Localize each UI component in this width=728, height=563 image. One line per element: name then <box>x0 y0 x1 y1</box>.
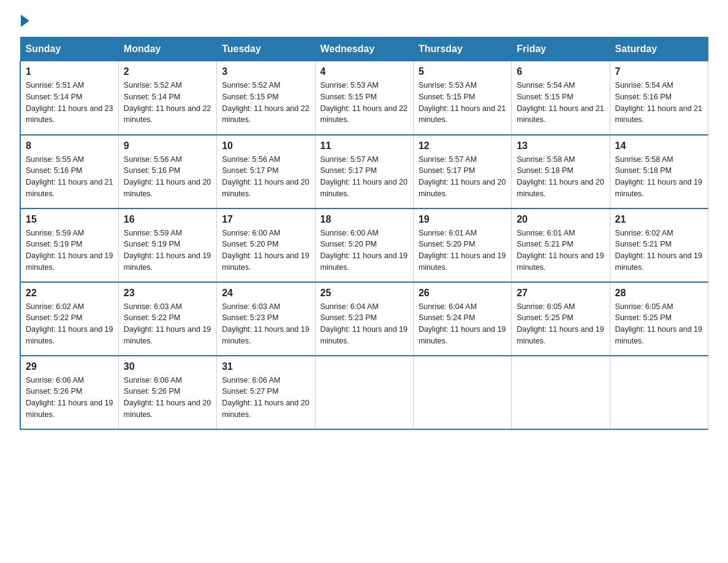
day-number: 9 <box>124 140 211 151</box>
day-number: 24 <box>222 288 309 299</box>
calendar-day-cell: 7 Sunrise: 5:54 AM Sunset: 5:16 PM Dayli… <box>610 61 708 135</box>
calendar-day-cell: 23 Sunrise: 6:03 AM Sunset: 5:22 PM Dayl… <box>118 282 216 356</box>
day-number: 3 <box>222 66 309 77</box>
calendar-day-cell: 13 Sunrise: 5:58 AM Sunset: 5:18 PM Dayl… <box>512 135 610 209</box>
day-number: 19 <box>419 214 506 225</box>
calendar-day-cell: 28 Sunrise: 6:05 AM Sunset: 5:25 PM Dayl… <box>610 282 708 356</box>
day-number: 21 <box>615 214 703 225</box>
calendar-week-row: 1 Sunrise: 5:51 AM Sunset: 5:14 PM Dayli… <box>20 61 708 135</box>
day-number: 28 <box>615 288 703 299</box>
weekday-header-friday: Friday <box>512 37 610 61</box>
day-number: 12 <box>419 140 506 151</box>
calendar-day-cell: 12 Sunrise: 5:57 AM Sunset: 5:17 PM Dayl… <box>413 135 511 209</box>
calendar-week-row: 15 Sunrise: 5:59 AM Sunset: 5:19 PM Dayl… <box>20 209 708 282</box>
calendar-day-cell <box>413 356 511 429</box>
day-number: 2 <box>124 66 211 77</box>
calendar-day-cell: 11 Sunrise: 5:57 AM Sunset: 5:17 PM Dayl… <box>315 135 413 209</box>
day-info: Sunrise: 5:56 AM Sunset: 5:17 PM Dayligh… <box>222 154 309 200</box>
calendar-day-cell: 20 Sunrise: 6:01 AM Sunset: 5:21 PM Dayl… <box>512 209 610 282</box>
weekday-header-wednesday: Wednesday <box>315 37 413 61</box>
calendar-day-cell: 29 Sunrise: 6:06 AM Sunset: 5:26 PM Dayl… <box>20 356 118 429</box>
day-info: Sunrise: 5:56 AM Sunset: 5:16 PM Dayligh… <box>124 154 211 200</box>
day-info: Sunrise: 5:58 AM Sunset: 5:18 PM Dayligh… <box>615 154 703 200</box>
day-number: 30 <box>124 361 211 372</box>
calendar-day-cell: 14 Sunrise: 5:58 AM Sunset: 5:18 PM Dayl… <box>610 135 708 209</box>
calendar-day-cell <box>315 356 413 429</box>
day-info: Sunrise: 5:53 AM Sunset: 5:15 PM Dayligh… <box>320 80 408 126</box>
calendar-day-cell: 17 Sunrise: 6:00 AM Sunset: 5:20 PM Dayl… <box>217 209 315 282</box>
calendar-week-row: 29 Sunrise: 6:06 AM Sunset: 5:26 PM Dayl… <box>20 356 708 429</box>
day-number: 13 <box>517 140 604 151</box>
calendar-day-cell: 6 Sunrise: 5:54 AM Sunset: 5:15 PM Dayli… <box>512 61 610 135</box>
weekday-header-tuesday: Tuesday <box>217 37 315 61</box>
calendar-day-cell: 19 Sunrise: 6:01 AM Sunset: 5:20 PM Dayl… <box>413 209 511 282</box>
calendar-day-cell: 26 Sunrise: 6:04 AM Sunset: 5:24 PM Dayl… <box>413 282 511 356</box>
day-info: Sunrise: 6:05 AM Sunset: 5:25 PM Dayligh… <box>615 301 703 347</box>
weekday-header-sunday: Sunday <box>20 37 118 61</box>
day-info: Sunrise: 6:06 AM Sunset: 5:26 PM Dayligh… <box>26 375 113 421</box>
calendar-day-cell: 4 Sunrise: 5:53 AM Sunset: 5:15 PM Dayli… <box>315 61 413 135</box>
calendar-day-cell: 27 Sunrise: 6:05 AM Sunset: 5:25 PM Dayl… <box>512 282 610 356</box>
calendar-day-cell: 9 Sunrise: 5:56 AM Sunset: 5:16 PM Dayli… <box>118 135 216 209</box>
calendar-week-row: 22 Sunrise: 6:02 AM Sunset: 5:22 PM Dayl… <box>20 282 708 356</box>
weekday-header-saturday: Saturday <box>610 37 708 61</box>
logo-arrow-icon <box>21 15 29 27</box>
day-number: 7 <box>615 66 703 77</box>
calendar-table: SundayMondayTuesdayWednesdayThursdayFrid… <box>20 37 708 430</box>
day-number: 10 <box>222 140 309 151</box>
calendar-day-cell: 30 Sunrise: 6:06 AM Sunset: 5:26 PM Dayl… <box>118 356 216 429</box>
calendar-week-row: 8 Sunrise: 5:55 AM Sunset: 5:16 PM Dayli… <box>20 135 708 209</box>
day-info: Sunrise: 5:54 AM Sunset: 5:15 PM Dayligh… <box>517 80 604 126</box>
calendar-day-cell: 18 Sunrise: 6:00 AM Sunset: 5:20 PM Dayl… <box>315 209 413 282</box>
day-number: 1 <box>26 66 113 77</box>
day-number: 20 <box>517 214 604 225</box>
day-info: Sunrise: 6:04 AM Sunset: 5:23 PM Dayligh… <box>320 301 408 347</box>
day-info: Sunrise: 5:54 AM Sunset: 5:16 PM Dayligh… <box>615 80 703 126</box>
day-number: 15 <box>26 214 113 225</box>
day-info: Sunrise: 5:59 AM Sunset: 5:19 PM Dayligh… <box>124 228 211 274</box>
day-info: Sunrise: 6:01 AM Sunset: 5:20 PM Dayligh… <box>419 228 506 274</box>
day-number: 4 <box>320 66 408 77</box>
weekday-header-thursday: Thursday <box>413 37 511 61</box>
day-info: Sunrise: 5:55 AM Sunset: 5:16 PM Dayligh… <box>26 154 113 200</box>
calendar-day-cell <box>512 356 610 429</box>
day-number: 18 <box>320 214 408 225</box>
day-number: 22 <box>26 288 113 299</box>
calendar-day-cell: 15 Sunrise: 5:59 AM Sunset: 5:19 PM Dayl… <box>20 209 118 282</box>
day-info: Sunrise: 6:00 AM Sunset: 5:20 PM Dayligh… <box>222 228 309 274</box>
day-number: 11 <box>320 140 408 151</box>
calendar-day-cell <box>610 356 708 429</box>
day-info: Sunrise: 6:04 AM Sunset: 5:24 PM Dayligh… <box>419 301 506 347</box>
day-number: 17 <box>222 214 309 225</box>
day-info: Sunrise: 6:06 AM Sunset: 5:27 PM Dayligh… <box>222 375 309 421</box>
day-number: 27 <box>517 288 604 299</box>
day-info: Sunrise: 5:59 AM Sunset: 5:19 PM Dayligh… <box>26 228 113 274</box>
page-header <box>20 15 708 27</box>
logo <box>20 15 29 27</box>
calendar-day-cell: 16 Sunrise: 5:59 AM Sunset: 5:19 PM Dayl… <box>118 209 216 282</box>
day-number: 29 <box>26 361 113 372</box>
weekday-header-monday: Monday <box>118 37 216 61</box>
day-info: Sunrise: 6:05 AM Sunset: 5:25 PM Dayligh… <box>517 301 604 347</box>
day-info: Sunrise: 6:02 AM Sunset: 5:22 PM Dayligh… <box>26 301 113 347</box>
day-info: Sunrise: 5:52 AM Sunset: 5:14 PM Dayligh… <box>124 80 211 126</box>
calendar-day-cell: 22 Sunrise: 6:02 AM Sunset: 5:22 PM Dayl… <box>20 282 118 356</box>
calendar-day-cell: 24 Sunrise: 6:03 AM Sunset: 5:23 PM Dayl… <box>217 282 315 356</box>
day-number: 26 <box>419 288 506 299</box>
calendar-day-cell: 10 Sunrise: 5:56 AM Sunset: 5:17 PM Dayl… <box>217 135 315 209</box>
day-number: 6 <box>517 66 604 77</box>
day-info: Sunrise: 5:58 AM Sunset: 5:18 PM Dayligh… <box>517 154 604 200</box>
day-info: Sunrise: 6:03 AM Sunset: 5:23 PM Dayligh… <box>222 301 309 347</box>
day-info: Sunrise: 6:00 AM Sunset: 5:20 PM Dayligh… <box>320 228 408 274</box>
day-number: 31 <box>222 361 309 372</box>
calendar-day-cell: 1 Sunrise: 5:51 AM Sunset: 5:14 PM Dayli… <box>20 61 118 135</box>
day-number: 8 <box>26 140 113 151</box>
calendar-day-cell: 3 Sunrise: 5:52 AM Sunset: 5:15 PM Dayli… <box>217 61 315 135</box>
day-info: Sunrise: 5:52 AM Sunset: 5:15 PM Dayligh… <box>222 80 309 126</box>
calendar-day-cell: 8 Sunrise: 5:55 AM Sunset: 5:16 PM Dayli… <box>20 135 118 209</box>
day-info: Sunrise: 5:53 AM Sunset: 5:15 PM Dayligh… <box>419 80 506 126</box>
day-info: Sunrise: 6:03 AM Sunset: 5:22 PM Dayligh… <box>124 301 211 347</box>
day-info: Sunrise: 6:06 AM Sunset: 5:26 PM Dayligh… <box>124 375 211 421</box>
day-info: Sunrise: 5:57 AM Sunset: 5:17 PM Dayligh… <box>419 154 506 200</box>
calendar-day-cell: 25 Sunrise: 6:04 AM Sunset: 5:23 PM Dayl… <box>315 282 413 356</box>
